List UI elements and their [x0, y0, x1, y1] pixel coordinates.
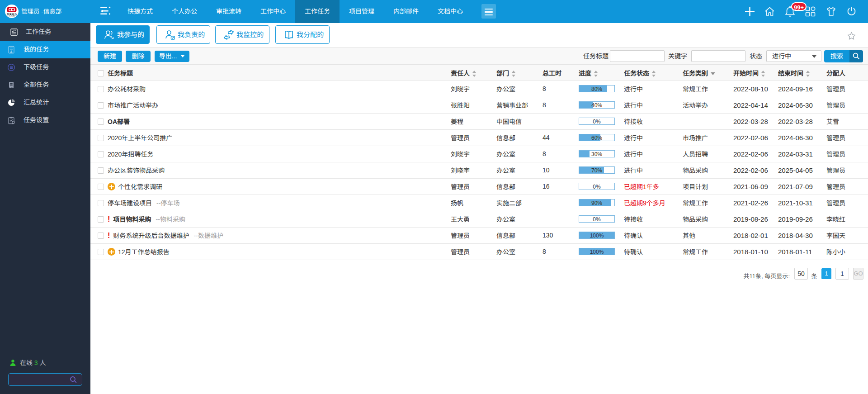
svg-text:SPOWER: SPOWER: [9, 16, 15, 18]
